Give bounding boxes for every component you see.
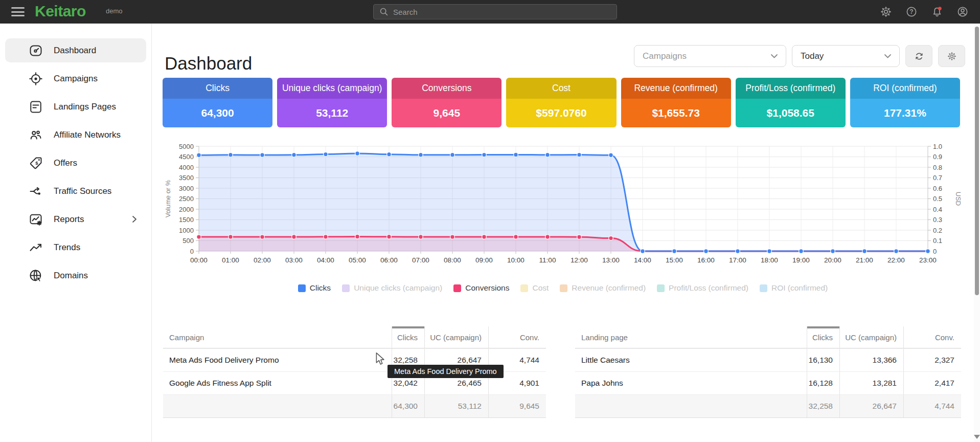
traffic-icon (28, 184, 43, 199)
stat-card: Profit/Loss (confirmed)$1,058.65 (736, 78, 846, 127)
legend-item[interactable]: ROI (confirmed) (760, 283, 828, 293)
topbar-icons: ? (880, 6, 969, 18)
user-account-icon[interactable] (956, 6, 969, 18)
hamburger-menu-icon[interactable] (11, 7, 25, 16)
legend-label: Conversions (465, 283, 509, 293)
traffic-chart: 50001.045000.940000.835000.730000.625000… (162, 140, 970, 281)
table-totals-row: 32,25826,6474,744 (575, 394, 961, 417)
table-row[interactable]: Little Caesars16,13013,3662,327 (575, 348, 961, 371)
stat-card-value: 177.31% (850, 99, 960, 127)
svg-text:0.6: 0.6 (933, 185, 942, 192)
table-cell: 16,128 (807, 372, 839, 394)
legend-swatch (760, 284, 767, 292)
svg-text:5000: 5000 (179, 143, 194, 150)
svg-text:23:00: 23:00 (919, 256, 937, 264)
notifications-bell-icon[interactable] (931, 6, 943, 18)
scrollbar-down-arrow[interactable] (974, 435, 980, 439)
date-range-select[interactable]: Today (792, 45, 900, 67)
svg-text:21:00: 21:00 (856, 256, 873, 264)
table-cell: 2,327 (903, 349, 961, 371)
column-header-landing-page[interactable]: Landing page (575, 326, 807, 348)
stat-card: Revenue (confirmed)$1,655.73 (621, 78, 731, 127)
dashboard-icon (28, 43, 43, 58)
svg-text:0: 0 (190, 248, 194, 255)
svg-text:08:00: 08:00 (444, 256, 461, 264)
legend-item[interactable]: Conversions (453, 283, 509, 293)
refresh-button[interactable] (905, 45, 932, 67)
svg-text:09:00: 09:00 (475, 256, 493, 264)
sidebar-item-domains[interactable]: Domains (5, 263, 146, 288)
table-row[interactable]: Papa Johns16,12813,2812,417 (575, 371, 961, 394)
scrollbar-thumb[interactable] (975, 27, 979, 295)
stat-card-value: 9,645 (392, 99, 502, 127)
legend-label: ROI (confirmed) (771, 283, 828, 293)
stat-card-label: Profit/Loss (confirmed) (736, 78, 846, 99)
refresh-icon (914, 51, 925, 62)
campaigns-icon (28, 71, 43, 86)
svg-text:13:00: 13:00 (602, 256, 620, 264)
search-icon (378, 6, 390, 17)
svg-text:2500: 2500 (179, 195, 194, 203)
row-tooltip: Meta Ads Food Delivery Promo (388, 365, 504, 378)
stat-card-label: Conversions (392, 78, 502, 99)
sidebar-item-label: Traffic Sources (54, 186, 111, 196)
sidebar-item-landings[interactable]: Landings Pages (5, 95, 146, 119)
legend-item[interactable]: Revenue (confirmed) (560, 283, 646, 293)
settings-gear-icon[interactable] (880, 6, 892, 18)
sidebar-item-campaigns[interactable]: Campaigns (5, 67, 146, 91)
legend-item[interactable]: Cost (520, 283, 549, 293)
chevron-down-icon (884, 54, 891, 58)
totals-cell (575, 395, 807, 417)
landings-table: Landing pageClicksUC (campaign)Conv.Litt… (575, 326, 961, 418)
legend-swatch (298, 284, 306, 292)
sidebar-item-reports[interactable]: Reports (5, 207, 146, 231)
legend-swatch (560, 284, 567, 292)
column-header-conv-[interactable]: Conv. (903, 326, 961, 348)
stat-card: Clicks64,300 (163, 78, 272, 127)
svg-text:0.2: 0.2 (933, 227, 942, 234)
stat-card-label: ROI (confirmed) (850, 78, 960, 99)
legend-item[interactable]: Profit/Loss (confirmed) (657, 283, 748, 293)
totals-cell (163, 395, 392, 417)
svg-text:0.7: 0.7 (933, 174, 942, 182)
svg-text:11:00: 11:00 (539, 256, 556, 264)
svg-text:00:00: 00:00 (190, 256, 208, 264)
sidebar-item-dashboard[interactable]: Dashboard (5, 38, 146, 62)
table-cell: Papa Johns (575, 372, 807, 394)
column-header-conv-[interactable]: Conv. (488, 326, 546, 348)
help-icon[interactable]: ? (905, 6, 918, 18)
svg-text:2000: 2000 (179, 206, 194, 213)
sidebar-item-label: Domains (54, 271, 88, 281)
legend-item[interactable]: Unique clicks (campaign) (342, 283, 442, 293)
dashboard-settings-button[interactable] (938, 45, 965, 67)
svg-text:19:00: 19:00 (792, 256, 810, 264)
sidebar-item-offers[interactable]: $Offers (5, 151, 146, 175)
sidebar-item-label: Affiliate Networks (54, 130, 121, 140)
gear-icon (947, 51, 957, 61)
sidebar-item-trends[interactable]: Trends (5, 235, 146, 259)
svg-text:07:00: 07:00 (412, 256, 429, 264)
legend-item[interactable]: Clicks (298, 283, 331, 293)
offers-icon: $ (28, 156, 43, 171)
stat-card: Cost$597.0760 (506, 78, 616, 127)
svg-text:22:00: 22:00 (887, 256, 905, 264)
column-header-clicks[interactable]: Clicks (807, 326, 839, 348)
totals-cell: 4,744 (903, 395, 961, 417)
sidebar-item-affiliates[interactable]: Affiliate Networks (5, 123, 146, 147)
sidebar-item-traffic[interactable]: Traffic Sources (5, 179, 146, 203)
column-header-campaign[interactable]: Campaign (163, 326, 392, 348)
column-header-uc-campaign-[interactable]: UC (campaign) (424, 326, 488, 348)
column-header-uc-campaign-[interactable]: UC (campaign) (839, 326, 903, 348)
column-header-clicks[interactable]: Clicks (392, 326, 424, 348)
stat-card: ROI (confirmed)177.31% (850, 78, 960, 127)
landings-icon (28, 99, 43, 115)
totals-cell: 26,647 (839, 395, 903, 417)
stat-cards-row: Clicks64,300Unique clicks (campaign)53,1… (163, 78, 960, 127)
stat-card-value: $1,058.65 (736, 99, 846, 127)
search-input[interactable] (373, 4, 617, 19)
table-body: Little Caesars16,13013,3662,327Papa John… (575, 348, 961, 394)
svg-text:1500: 1500 (179, 216, 194, 224)
svg-text:USD: USD (954, 192, 962, 206)
totals-cell: 53,112 (424, 395, 488, 417)
campaigns-filter-select[interactable]: Campaigns (634, 45, 786, 67)
